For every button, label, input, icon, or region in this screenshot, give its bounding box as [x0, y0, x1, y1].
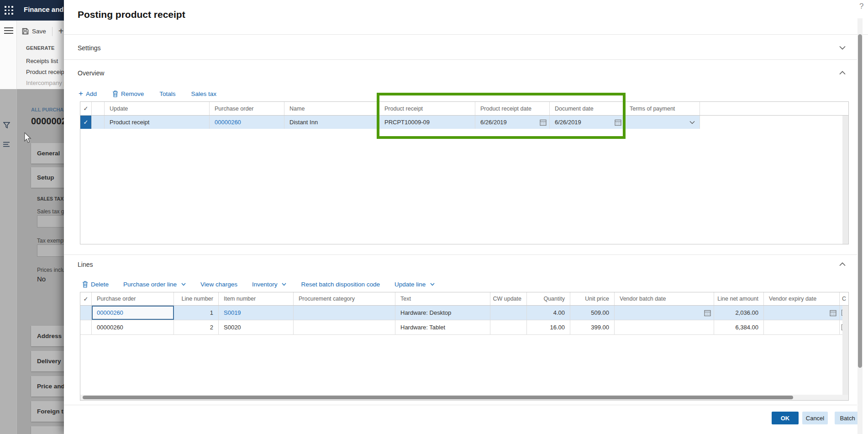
- purchase-order-cell-focused[interactable]: 00000260: [92, 306, 174, 320]
- col-procurement-category[interactable]: Procurement category: [294, 292, 395, 305]
- breadcrumb[interactable]: ALL PURCHAS: [31, 107, 67, 112]
- procurement-category-cell[interactable]: [294, 320, 395, 334]
- text-cell[interactable]: Hardware: Tablet: [395, 320, 490, 334]
- col-vendor-batch-date[interactable]: Vendor batch date: [615, 292, 714, 305]
- update-line-menu[interactable]: Update line: [395, 281, 435, 288]
- section-overview[interactable]: Overview: [78, 69, 104, 77]
- cw-update-cell[interactable]: [490, 306, 527, 320]
- name-cell[interactable]: Distant Inn: [284, 116, 379, 129]
- col-item-number[interactable]: Item number: [219, 292, 294, 305]
- text-cell[interactable]: Hardware: Desktop: [395, 306, 490, 320]
- lines-row-2[interactable]: 00000260 2 S0020 Hardware: Tablet 16.00 …: [80, 320, 848, 335]
- menu-item-product-receipt[interactable]: Product receipt: [26, 69, 66, 75]
- save-button[interactable]: Save +: [22, 26, 63, 37]
- terms-of-payment-cell[interactable]: [625, 116, 700, 129]
- page-scrollbar-thumb[interactable]: [858, 34, 862, 368]
- purchase-order-line-menu[interactable]: Purchase order line: [123, 281, 186, 288]
- col-update[interactable]: Update: [105, 102, 210, 115]
- col-product-receipt-date[interactable]: Product receipt date: [475, 102, 550, 115]
- overview-vertical-scrollbar[interactable]: [842, 116, 848, 244]
- sales-tax-button[interactable]: Sales tax: [191, 90, 217, 97]
- col-line-purchase-order[interactable]: Purchase order: [92, 292, 174, 305]
- col-text[interactable]: Text: [395, 292, 490, 305]
- vendor-batch-date-cell[interactable]: [615, 320, 714, 334]
- check-icon: ✓: [84, 296, 89, 302]
- quantity-cell[interactable]: 16.00: [527, 320, 570, 334]
- document-date-cell[interactable]: 6/26/2019: [550, 116, 625, 129]
- cancel-button[interactable]: Cancel: [802, 412, 828, 424]
- lines-select-all-checkbox[interactable]: ✓: [80, 292, 92, 305]
- reset-batch-disposition-button[interactable]: Reset batch disposition code: [301, 281, 380, 288]
- chevron-up-icon[interactable]: [839, 262, 846, 266]
- col-line-number[interactable]: Line number: [174, 292, 219, 305]
- purchase-order-cell[interactable]: 00000260: [92, 320, 174, 334]
- batch-button[interactable]: Batch: [835, 412, 860, 424]
- delete-button[interactable]: Delete: [82, 281, 109, 288]
- dropdown-chevron-icon[interactable]: [689, 121, 695, 124]
- calendar-icon[interactable]: [830, 309, 836, 316]
- overview-data-row[interactable]: ✓ Product receipt 00000260 Distant Inn P…: [80, 116, 848, 129]
- unit-price-cell[interactable]: 399.00: [570, 320, 615, 334]
- app-title[interactable]: Finance and: [24, 5, 64, 13]
- col-unit-price[interactable]: Unit price: [570, 292, 615, 305]
- view-charges-button[interactable]: View charges: [200, 281, 237, 288]
- update-cell[interactable]: Product receipt: [105, 116, 210, 129]
- select-all-checkbox[interactable]: ✓: [80, 102, 92, 115]
- chevron-up-icon[interactable]: [839, 71, 846, 75]
- cw-update-cell[interactable]: [490, 320, 527, 334]
- divider: [64, 405, 857, 405]
- remove-button[interactable]: Remove: [112, 90, 144, 97]
- line-number-cell[interactable]: 2: [174, 320, 219, 334]
- menu-item-receipts-list[interactable]: Receipts list: [26, 58, 58, 64]
- task-list-icon[interactable]: [3, 142, 11, 147]
- unit-price-cell[interactable]: 509.00: [570, 306, 615, 320]
- product-receipt-date-cell[interactable]: 6/26/2019: [475, 116, 550, 129]
- col-cw-update[interactable]: CW update: [490, 292, 527, 305]
- totals-button[interactable]: Totals: [159, 90, 175, 97]
- tax-exempt-field-label: Tax exempt: [37, 238, 65, 244]
- lines-toolbar: Delete Purchase order line View charges …: [82, 279, 435, 290]
- inventory-menu[interactable]: Inventory: [252, 281, 287, 288]
- col-purchase-order[interactable]: Purchase order: [210, 102, 284, 115]
- item-number-cell[interactable]: S0020: [219, 320, 294, 334]
- lines-row-1[interactable]: 00000260 1 S0019 Hardware: Desktop 4.00 …: [80, 306, 848, 320]
- page-scrollbar-track[interactable]: [857, 18, 863, 434]
- quantity-cell[interactable]: 4.00: [527, 306, 570, 320]
- purchase-order-link[interactable]: 00000260: [210, 116, 284, 129]
- calendar-icon[interactable]: [704, 309, 711, 316]
- lines-horizontal-scrollbar[interactable]: [80, 395, 848, 400]
- line-net-amount-cell[interactable]: 6,384.00: [714, 320, 764, 334]
- chevron-down-icon[interactable]: [839, 46, 846, 50]
- row-checkbox[interactable]: [80, 320, 92, 334]
- col-name[interactable]: Name: [284, 102, 379, 115]
- hamburger-menu-icon[interactable]: [4, 27, 13, 34]
- col-document-date[interactable]: Document date: [550, 102, 625, 115]
- ok-button[interactable]: OK: [772, 412, 799, 424]
- col-line-net-amount[interactable]: Line net amount: [714, 292, 764, 305]
- new-button[interactable]: +: [58, 26, 64, 37]
- calendar-icon[interactable]: [615, 119, 621, 126]
- row-checkbox[interactable]: [80, 306, 92, 320]
- col-terms-of-payment[interactable]: Terms of payment: [625, 102, 700, 115]
- horizontal-scrollbar-thumb[interactable]: [83, 396, 793, 399]
- section-settings[interactable]: Settings: [78, 44, 101, 52]
- section-lines[interactable]: Lines: [78, 261, 93, 268]
- calendar-icon[interactable]: [540, 119, 547, 126]
- col-quantity[interactable]: Quantity: [527, 292, 570, 305]
- item-number-link[interactable]: S0019: [219, 306, 294, 320]
- product-receipt-cell[interactable]: PRCPT10009-09: [379, 116, 475, 129]
- line-number-cell[interactable]: 1: [174, 306, 219, 320]
- add-button[interactable]: + Add: [79, 90, 97, 97]
- vendor-expiry-date-cell[interactable]: [764, 320, 840, 334]
- line-net-amount-cell[interactable]: 2,036.00: [714, 306, 764, 320]
- col-product-receipt[interactable]: Product receipt: [379, 102, 475, 115]
- vendor-batch-date-cell[interactable]: [615, 306, 714, 320]
- lines-vertical-scrollbar[interactable]: [842, 306, 848, 395]
- row-checkbox-checked[interactable]: ✓: [80, 116, 92, 129]
- col-vendor-expiry-date[interactable]: Vendor expiry date: [764, 292, 840, 305]
- vendor-expiry-date-cell[interactable]: [764, 306, 840, 320]
- filter-icon[interactable]: [3, 122, 10, 128]
- procurement-category-cell[interactable]: [294, 306, 395, 320]
- app-launcher-icon[interactable]: [5, 6, 14, 15]
- help-icon[interactable]: ?: [859, 2, 863, 11]
